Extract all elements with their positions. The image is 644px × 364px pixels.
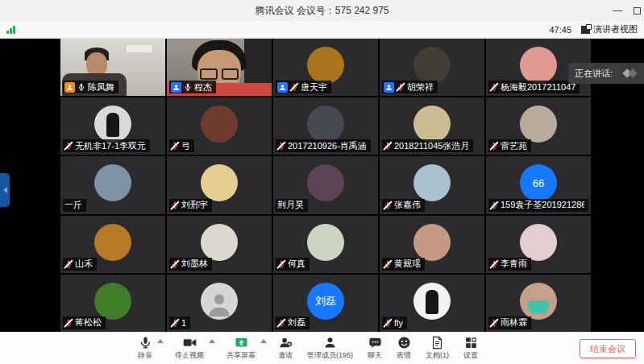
participant-name: 黄親瑶 — [394, 258, 421, 270]
document-icon — [430, 336, 444, 350]
participant-tile[interactable]: 蒋松松 — [60, 275, 165, 332]
participant-tile[interactable]: 弓 — [167, 97, 272, 155]
participant-tile[interactable]: 雷艺苑 — [486, 97, 591, 155]
participant-name: 唐天宇 — [301, 81, 327, 93]
participant-label: 无机非17-1李双元 — [63, 139, 150, 152]
role-badge-icon — [171, 82, 181, 93]
participant-tile[interactable]: 程杰 — [167, 39, 272, 96]
expand-caret-icon[interactable] — [260, 339, 267, 343]
window-controls: — — [613, 0, 641, 21]
mic-status-icon — [384, 201, 392, 210]
participant-tile[interactable]: 刘邢宇 — [167, 156, 272, 213]
participant-label: 雨林霖 — [488, 316, 531, 329]
participant-label: 杨海毅2017211047 — [488, 81, 580, 93]
participant-tile[interactable]: 胡荣祥 — [380, 39, 484, 96]
participant-label: 陈凤舞 — [63, 81, 118, 93]
participant-tile[interactable]: 李青雨 — [486, 216, 591, 273]
members-icon — [323, 336, 337, 350]
silhouette-figure — [426, 290, 438, 314]
share-screen-button[interactable]: 共享屏幕 — [219, 333, 263, 364]
emoji-icon — [397, 336, 411, 350]
avatar — [520, 283, 557, 320]
toolbar-item-label: 设置 — [463, 350, 478, 361]
participant-tile[interactable]: 无机非17-1李双元 — [60, 97, 165, 155]
participant-label: 山禾 — [63, 258, 97, 271]
default-person-icon — [207, 292, 231, 316]
participant-tile[interactable]: 山禾 — [60, 216, 165, 273]
avatar: 刘磊 — [307, 283, 344, 320]
participant-name: 山禾 — [75, 258, 93, 270]
participant-tile[interactable]: 何真 — [273, 216, 378, 273]
end-meeting-button[interactable]: 结束会议 — [580, 339, 636, 358]
avatar — [94, 283, 131, 320]
participant-tile[interactable]: 刘磊 刘磊 — [273, 275, 378, 332]
participant-name: 雷艺苑 — [501, 140, 527, 152]
members-button[interactable]: 管理成员(195) — [300, 333, 360, 364]
mic-status-icon — [64, 259, 73, 269]
meeting-window: 腾讯会议 会议号：575 242 975 — 47:45 演讲者视图 — [0, 0, 644, 364]
mic-status-icon — [64, 141, 73, 151]
participant-label: fly — [382, 316, 407, 329]
participant-tile[interactable]: 雨林霖 — [486, 275, 591, 332]
participant-tile[interactable]: 陈凤舞 — [60, 39, 165, 96]
participant-tile[interactable]: 66 159袁子荃2019212866 — [486, 156, 591, 213]
participant-tile[interactable]: 黄親瑶 — [380, 216, 484, 273]
speaking-label: 正在讲话: — [575, 68, 613, 80]
participant-tile[interactable]: 荆月昊 — [273, 156, 378, 213]
document-button[interactable]: 文档(1) — [418, 333, 456, 364]
participant-name: 刘墨林 — [181, 258, 208, 270]
participant-tile[interactable]: 1 — [167, 275, 272, 332]
camera-button[interactable]: 停止视频 — [168, 333, 211, 364]
participant-tile[interactable]: 2018211045张浩月 — [380, 97, 484, 155]
participant-label: 程杰 — [169, 81, 216, 93]
participant-tile[interactable]: 2017210926-肖禹涵 — [273, 97, 378, 155]
minimize-button[interactable]: — — [613, 6, 622, 14]
participant-tile[interactable]: 张嘉伟 — [380, 156, 484, 213]
participant-label: 1 — [169, 316, 190, 329]
title-bar: 腾讯会议 会议号：575 242 975 — — [0, 0, 644, 21]
participant-name: 胡荣祥 — [407, 81, 434, 93]
emoji-button[interactable]: 表情 — [389, 333, 418, 364]
camera-icon — [183, 336, 197, 350]
expand-caret-icon[interactable] — [209, 339, 215, 343]
expand-caret-icon[interactable] — [157, 339, 164, 343]
meeting-timer: 47:45 — [549, 25, 571, 35]
invite-button[interactable]: 邀请 — [271, 333, 300, 364]
chat-button[interactable]: 聊天 — [360, 333, 389, 364]
role-badge-icon — [64, 82, 75, 93]
mic-status-icon — [64, 318, 73, 328]
avatar — [307, 164, 344, 201]
mic-status-icon — [490, 141, 498, 151]
role-badge-icon — [384, 82, 394, 93]
participant-tile[interactable]: 一斤 — [60, 156, 165, 213]
avatar — [201, 164, 238, 201]
participant-label: 159袁子荃2019212866 — [488, 199, 588, 212]
speaker-view-label: 演讲者视图 — [593, 23, 638, 35]
mic-status-icon — [277, 318, 285, 328]
avatar: 66 — [520, 164, 557, 201]
microphone-button[interactable]: 静音 — [131, 333, 160, 364]
silhouette-figure — [106, 113, 119, 137]
participant-label: 蒋松松 — [63, 316, 106, 329]
mic-status-icon — [384, 318, 392, 328]
maximize-button[interactable] — [634, 7, 641, 14]
speaking-indicator: 正在讲话: — [568, 63, 644, 84]
video-grid-area: 陈凤舞 程杰 — [0, 39, 644, 332]
avatar — [413, 47, 451, 84]
participant-name: 刘邢宇 — [181, 199, 208, 211]
avatar — [201, 105, 238, 143]
participant-tile[interactable]: 刘墨林 — [167, 216, 272, 273]
layout-view-icon — [581, 26, 590, 34]
participant-name: fly — [394, 318, 403, 328]
speaker-view-button[interactable]: 演讲者视图 — [581, 23, 638, 35]
collapse-panel-tab[interactable] — [0, 173, 10, 207]
toolbar-item-label: 共享屏幕 — [226, 350, 256, 361]
participant-label: 弓 — [169, 139, 194, 152]
participant-tile[interactable]: 唐天宇 — [273, 39, 378, 96]
mic-status-icon — [490, 82, 498, 92]
participant-label: 2017210926-肖禹涵 — [276, 139, 371, 152]
participant-tile[interactable]: fly — [380, 275, 484, 332]
participant-name: 159袁子荃2019212866 — [501, 199, 584, 211]
participant-label: 胡荣祥 — [382, 81, 438, 93]
settings-button[interactable]: 设置 — [456, 333, 485, 364]
